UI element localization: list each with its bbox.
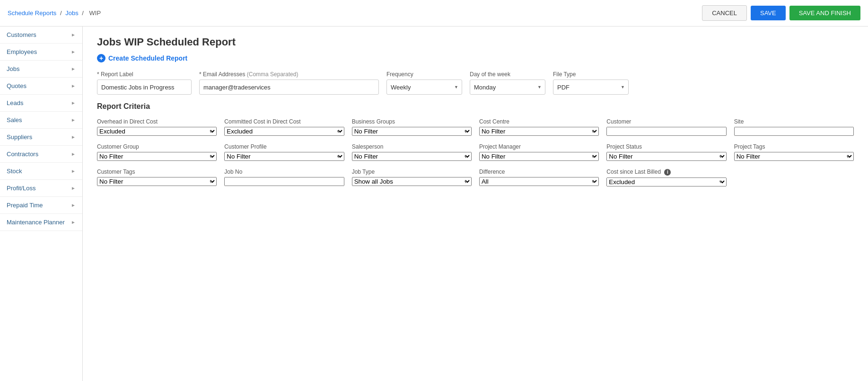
criteria-job-no: Job No [224, 168, 344, 186]
criteria-customer-tags-select-wrapper: No Filter [97, 177, 217, 186]
chevron-right-icon: ► [71, 66, 76, 71]
frequency-select-wrapper: Weekly Daily Monthly [386, 80, 462, 95]
criteria-project-status-select-wrapper: No Filter [606, 152, 726, 161]
criteria-customer-group-select[interactable]: No Filter [97, 152, 217, 161]
criteria-job-type: Job Type Show all Jobs Fixed Price Time … [352, 168, 472, 186]
criteria-salesperson-select-wrapper: No Filter [352, 152, 472, 161]
criteria-customer: Customer [606, 118, 726, 136]
criteria-customer-tags: Customer Tags No Filter [97, 168, 217, 186]
main-content: Jobs WIP Scheduled Report + Create Sched… [83, 27, 868, 381]
criteria-customer-profile-label: Customer Profile [224, 143, 344, 150]
criteria-customer-profile-select-wrapper: No Filter [224, 152, 344, 161]
criteria-customer-profile: Customer Profile No Filter [224, 143, 344, 161]
criteria-committed-cost-select[interactable]: Excluded Included No Filter [224, 127, 344, 136]
sidebar-item-contractors[interactable]: Contractors ► [0, 146, 82, 163]
report-label-label: * Report Label [97, 71, 192, 78]
sidebar-item-jobs[interactable]: Jobs ► [0, 61, 82, 78]
sidebar-item-suppliers[interactable]: Suppliers ► [0, 129, 82, 146]
sidebar-label-customers: Customers [7, 31, 36, 38]
sidebar-item-leads[interactable]: Leads ► [0, 95, 82, 112]
criteria-grid-row1: Overhead in Direct Cost Excluded Include… [97, 118, 854, 136]
email-label: * Email Addresses (Comma Separated) [199, 71, 379, 78]
chevron-right-icon: ► [71, 186, 76, 191]
criteria-site: Site [734, 118, 854, 136]
criteria-job-no-input[interactable] [224, 177, 344, 186]
sidebar-item-employees[interactable]: Employees ► [0, 44, 82, 61]
criteria-job-type-select[interactable]: Show all Jobs Fixed Price Time & Materia… [352, 177, 472, 186]
criteria-overhead-select[interactable]: Excluded Included No Filter [97, 127, 217, 136]
report-label-input[interactable] [97, 80, 192, 95]
criteria-difference-label: Difference [479, 168, 599, 175]
criteria-committed-cost-select-wrapper: Excluded Included No Filter [224, 127, 344, 136]
criteria-salesperson-select[interactable]: No Filter [352, 152, 472, 161]
sidebar-label-prepaid-time: Prepaid Time [7, 202, 43, 209]
criteria-difference: Difference All Over Budget Under Budget [479, 168, 599, 186]
criteria-committed-cost-label: Committed Cost in Direct Cost [224, 118, 344, 125]
email-group: * Email Addresses (Comma Separated) [199, 71, 379, 95]
sidebar-item-stock[interactable]: Stock ► [0, 163, 82, 180]
criteria-customer-tags-select[interactable]: No Filter [97, 177, 217, 186]
criteria-empty [734, 168, 854, 186]
filetype-label: File Type [553, 71, 629, 78]
criteria-job-type-select-wrapper: Show all Jobs Fixed Price Time & Materia… [352, 177, 472, 186]
criteria-customer-group-select-wrapper: No Filter [97, 152, 217, 161]
criteria-project-manager-select[interactable]: No Filter [479, 152, 599, 161]
frequency-group: Frequency Weekly Daily Monthly [386, 71, 462, 95]
criteria-salesperson-label: Salesperson [352, 143, 472, 150]
criteria-job-type-label: Job Type [352, 168, 472, 175]
criteria-customer-profile-select[interactable]: No Filter [224, 152, 344, 161]
save-and-finish-button[interactable]: SAVE AND FINISH [789, 6, 860, 20]
criteria-business-groups: Business Groups No Filter [352, 118, 472, 136]
criteria-customer-group-label: Customer Group [97, 143, 217, 150]
sidebar-item-quotes[interactable]: Quotes ► [0, 78, 82, 95]
sidebar-item-sales[interactable]: Sales ► [0, 112, 82, 129]
sidebar-label-jobs: Jobs [7, 65, 19, 72]
criteria-project-tags-select-wrapper: No Filter [734, 152, 854, 161]
breadcrumb-schedule-reports[interactable]: Schedule Reports [8, 9, 56, 17]
criteria-business-groups-label: Business Groups [352, 118, 472, 125]
criteria-project-status-select[interactable]: No Filter [606, 152, 726, 161]
create-scheduled-text: Create Scheduled Report [108, 54, 187, 62]
page-title: Jobs WIP Scheduled Report [97, 36, 854, 48]
breadcrumb-wip: WIP [89, 9, 101, 17]
sidebar-label-suppliers: Suppliers [7, 133, 32, 141]
email-input[interactable] [199, 80, 379, 95]
sidebar-item-customers[interactable]: Customers ► [0, 27, 82, 44]
criteria-business-groups-select[interactable]: No Filter [352, 127, 472, 136]
criteria-project-tags-select[interactable]: No Filter [734, 152, 854, 161]
day-select-wrapper: Monday Tuesday Wednesday Thursday Friday [470, 80, 545, 95]
chevron-right-icon: ► [71, 168, 76, 174]
save-button[interactable]: SAVE [751, 6, 786, 20]
sidebar-label-stock: Stock [7, 168, 22, 175]
chevron-right-icon: ► [71, 220, 76, 225]
criteria-cost-since-last-billed-select[interactable]: Excluded Included [606, 177, 726, 186]
frequency-label: Frequency [386, 71, 462, 78]
day-of-week-group: Day of the week Monday Tuesday Wednesday… [470, 71, 545, 95]
day-select[interactable]: Monday Tuesday Wednesday Thursday Friday [470, 80, 545, 95]
criteria-project-tags: Project Tags No Filter [734, 143, 854, 161]
criteria-cost-since-last-billed-label: Cost since Last Billed i [606, 168, 726, 176]
sidebar-item-maintenance-planner[interactable]: Maintenance Planner ► [0, 214, 82, 231]
sidebar-label-employees: Employees [7, 48, 37, 55]
criteria-site-input[interactable] [734, 127, 854, 136]
breadcrumb-jobs[interactable]: Jobs [65, 9, 78, 17]
top-actions: CANCEL SAVE SAVE AND FINISH [702, 5, 860, 21]
sidebar-item-profit-loss[interactable]: Profit/Loss ► [0, 180, 82, 197]
sidebar: Customers ► Employees ► Jobs ► Quotes ► … [0, 27, 83, 381]
criteria-overhead-select-wrapper: Excluded Included No Filter [97, 127, 217, 136]
frequency-select[interactable]: Weekly Daily Monthly [386, 80, 462, 95]
criteria-cost-since-last-billed: Cost since Last Billed i Excluded Includ… [606, 168, 726, 186]
criteria-cost-centre-select[interactable]: No Filter [479, 127, 599, 136]
criteria-customer-group: Customer Group No Filter [97, 143, 217, 161]
cancel-button[interactable]: CANCEL [702, 5, 747, 21]
sidebar-item-prepaid-time[interactable]: Prepaid Time ► [0, 197, 82, 214]
filetype-select[interactable]: PDF CSV Excel [553, 80, 629, 95]
criteria-job-no-label: Job No [224, 168, 344, 175]
sidebar-label-leads: Leads [7, 99, 23, 106]
criteria-customer-input[interactable] [606, 127, 726, 136]
filetype-group: File Type PDF CSV Excel [553, 71, 629, 95]
criteria-difference-select-wrapper: All Over Budget Under Budget [479, 177, 599, 186]
chevron-right-icon: ► [71, 203, 76, 208]
criteria-difference-select[interactable]: All Over Budget Under Budget [479, 177, 599, 186]
info-icon: i [664, 169, 671, 176]
